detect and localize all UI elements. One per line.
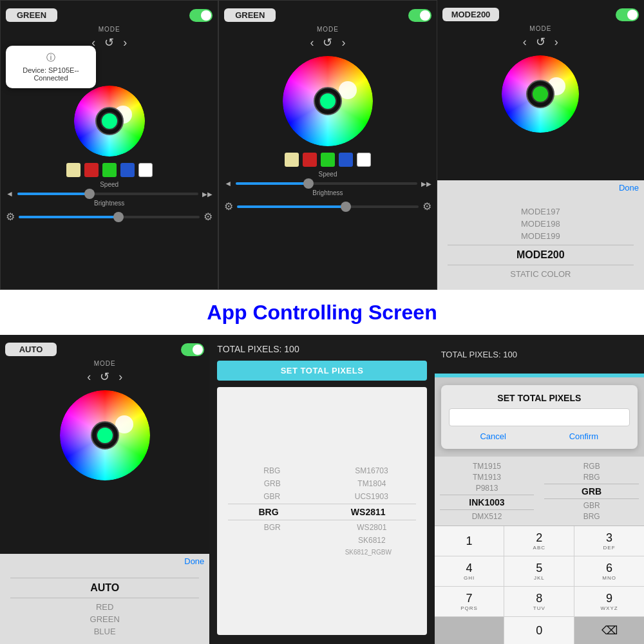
done-link-bl[interactable]: Done bbox=[0, 554, 209, 569]
mode-item-static[interactable]: STATIC COLOR bbox=[510, 269, 571, 279]
gear-right-1[interactable]: ⚙ bbox=[204, 211, 213, 223]
mode-item-auto[interactable]: AUTO bbox=[90, 582, 119, 594]
swatch-2-1[interactable] bbox=[285, 153, 299, 167]
nav-refresh-4[interactable]: ↺ bbox=[100, 370, 109, 384]
top-bar-3: MODE200 bbox=[442, 8, 639, 21]
nav-refresh-2[interactable]: ↺ bbox=[323, 35, 332, 50]
dc-dmx512[interactable]: DMX512 bbox=[472, 512, 502, 521]
pixel-item-sk6812[interactable]: SK6812 bbox=[355, 536, 388, 545]
pixel-item-bgr[interactable]: BGR bbox=[256, 523, 289, 532]
nav-right-4[interactable]: › bbox=[118, 370, 122, 384]
dc-brg2[interactable]: BRG bbox=[583, 512, 600, 521]
mode-item-197[interactable]: MODE197 bbox=[521, 207, 560, 216]
numpad-7[interactable]: 7 PQRS bbox=[435, 587, 504, 616]
dialog-input[interactable] bbox=[449, 408, 630, 426]
dc-rbg[interactable]: RBG bbox=[583, 473, 600, 482]
speed-slider-1[interactable]: ◄ ▶▶ bbox=[6, 189, 213, 198]
pixel-item-tm1804[interactable]: TM1804 bbox=[355, 479, 388, 488]
dc-div-1 bbox=[440, 495, 534, 495]
mode-item-199[interactable]: MODE199 bbox=[521, 231, 560, 241]
swatch-1-5[interactable] bbox=[138, 163, 153, 177]
dc-rgb[interactable]: RGB bbox=[583, 462, 600, 471]
set-pixels-btn[interactable]: SET TOTAL PIXELS bbox=[217, 361, 426, 381]
mode-text-3: MODE bbox=[529, 25, 551, 32]
speed-track-2[interactable] bbox=[236, 182, 417, 185]
swatch-2-2[interactable] bbox=[303, 153, 317, 167]
mode-label-1: GREEN bbox=[6, 8, 57, 22]
pixel-item-grb[interactable]: GRB bbox=[256, 479, 289, 488]
done-link-top[interactable]: Done bbox=[437, 180, 644, 195]
mode-item-green[interactable]: GREEN bbox=[90, 614, 120, 624]
swatch-2-3[interactable] bbox=[321, 153, 335, 167]
mode-item-198[interactable]: MODE198 bbox=[521, 219, 560, 229]
dc-div-3 bbox=[544, 484, 638, 484]
speed-slider-2[interactable]: ◄ ▶▶ bbox=[224, 179, 431, 188]
swatch-2-4[interactable] bbox=[339, 153, 353, 167]
pixel-item-ws2801[interactable]: WS2801 bbox=[355, 523, 388, 532]
toggle-1[interactable] bbox=[189, 9, 213, 22]
nav-refresh-1[interactable]: ↺ bbox=[104, 35, 114, 50]
nav-left-4[interactable]: ‹ bbox=[87, 370, 91, 384]
brightness-track-1[interactable] bbox=[19, 216, 200, 218]
numpad-backspace[interactable]: ⌫ bbox=[574, 617, 644, 644]
swatch-1-3[interactable] bbox=[102, 163, 117, 177]
speed-left-2[interactable]: ◄ bbox=[224, 179, 232, 188]
gear-left-1[interactable]: ⚙ bbox=[6, 211, 15, 223]
nav-right-3[interactable]: › bbox=[554, 35, 558, 49]
pixel-row-2: GRB TM1804 bbox=[217, 478, 426, 489]
dc-grb[interactable]: GRB bbox=[582, 486, 601, 497]
dc-p9813[interactable]: P9813 bbox=[476, 484, 498, 493]
pixel-item-ucs[interactable]: UCS1903 bbox=[355, 492, 388, 501]
pixel-item-sk6812rgbw[interactable]: SK6812_RGBW bbox=[345, 549, 392, 556]
numpad-3[interactable]: 3 DEF bbox=[574, 526, 644, 556]
gear-right-2[interactable]: ⚙ bbox=[422, 200, 431, 213]
top-bar-4: AUTO bbox=[5, 343, 204, 356]
swatch-1-2[interactable] bbox=[84, 163, 99, 177]
numpad-8[interactable]: 8 TUV bbox=[504, 587, 574, 616]
nav-right-1[interactable]: › bbox=[123, 36, 127, 50]
pixel-item-sm[interactable]: SM16703 bbox=[355, 466, 388, 475]
dc-div-4 bbox=[544, 498, 638, 499]
speed-track-1[interactable] bbox=[17, 193, 198, 195]
nav-left-3[interactable]: ‹ bbox=[523, 35, 527, 49]
pixel-item-ws2811[interactable]: WS2811 bbox=[351, 507, 386, 517]
numpad-6[interactable]: 6 MNO bbox=[574, 556, 644, 586]
pixel-item-brg[interactable]: BRG bbox=[258, 507, 278, 517]
numpad-0[interactable]: 0 bbox=[504, 617, 574, 644]
mode-item-blue[interactable]: BLUE bbox=[94, 627, 116, 636]
nav-refresh-3[interactable]: ↺ bbox=[536, 35, 545, 49]
speed-right-2[interactable]: ▶▶ bbox=[421, 180, 431, 187]
mode-item-red[interactable]: RED bbox=[96, 602, 113, 612]
mode-divider-bl-1 bbox=[10, 578, 199, 578]
dialog-total-label: TOTAL PIXELS: 100 bbox=[441, 350, 517, 359]
numpad-2[interactable]: 2 ABC bbox=[504, 526, 574, 556]
speed-left-1[interactable]: ◄ bbox=[6, 189, 14, 198]
numpad-main-0: 0 bbox=[536, 624, 542, 638]
dc-tm1915[interactable]: TM1915 bbox=[473, 462, 501, 471]
swatch-2-5[interactable] bbox=[357, 153, 371, 167]
toggle-2[interactable] bbox=[408, 9, 431, 22]
dc-ink1003[interactable]: INK1003 bbox=[469, 497, 504, 507]
numpad-5[interactable]: 5 JKL bbox=[504, 556, 574, 586]
numpad-9[interactable]: 9 WXYZ bbox=[574, 587, 644, 616]
brightness-label-1: Brightness bbox=[94, 200, 124, 207]
dc-tm1913[interactable]: TM1913 bbox=[473, 473, 501, 482]
toggle-3[interactable] bbox=[616, 8, 639, 21]
swatch-1-4[interactable] bbox=[120, 163, 135, 177]
gear-left-2[interactable]: ⚙ bbox=[224, 200, 233, 213]
numpad-4[interactable]: 4 GHI bbox=[435, 556, 504, 586]
toggle-4[interactable] bbox=[181, 343, 204, 356]
dialog-cancel-btn[interactable]: Cancel bbox=[480, 431, 506, 441]
nav-right-2[interactable]: › bbox=[341, 36, 345, 50]
mode-item-200[interactable]: MODE200 bbox=[516, 249, 565, 261]
bottom-row: AUTO MODE ‹ ↺ › bbox=[0, 335, 644, 644]
numpad-1[interactable]: 1 bbox=[435, 526, 504, 556]
dc-gbr[interactable]: GBR bbox=[583, 501, 600, 510]
nav-left-2[interactable]: ‹ bbox=[310, 36, 314, 50]
pixel-item-rbg[interactable]: RBG bbox=[256, 466, 288, 475]
brightness-track-2[interactable] bbox=[237, 205, 418, 208]
dialog-confirm-btn[interactable]: Confirm bbox=[569, 431, 599, 441]
swatch-1-1[interactable] bbox=[66, 163, 80, 177]
pixel-item-gbr[interactable]: GBR bbox=[256, 492, 288, 501]
speed-right-1[interactable]: ▶▶ bbox=[202, 191, 213, 198]
